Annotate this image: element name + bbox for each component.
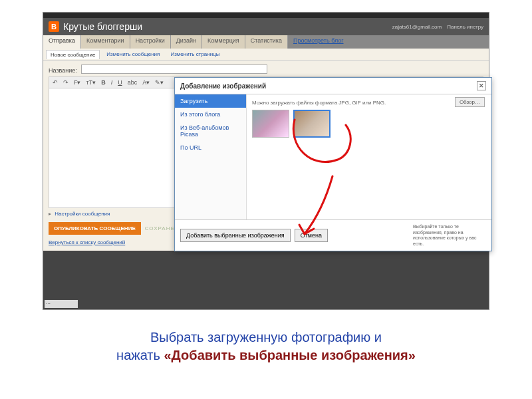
bottom-toolstrip: ⋯ [45, 300, 78, 308]
caption-line-2-prefix: нажать [116, 348, 164, 362]
dashboard-link[interactable]: Панель инстру [447, 24, 483, 30]
header-bar: B Крутые блоггерши zajats61@gmail.com Па… [43, 18, 489, 35]
font-size-icon[interactable]: тТ▾ [84, 78, 98, 86]
italic-icon[interactable]: I [109, 78, 115, 86]
page-bottom-dark [43, 256, 489, 309]
tab-design[interactable]: Дизайн [171, 35, 202, 49]
main-tabs: Отправка Комментарии Настройки Дизайн Ко… [43, 35, 489, 49]
blog-title: Крутые блоггерши [63, 21, 142, 32]
highlight-icon[interactable]: ✎▾ [153, 78, 166, 86]
publish-button[interactable]: ОПУБЛИКОВАТЬ СООБЩЕНИЕ [49, 222, 141, 235]
preview-blog-link[interactable]: Просмотреть блог [288, 35, 349, 49]
slide-caption: Выбрать загруженную фотографию и нажать … [0, 329, 532, 364]
tab-posting[interactable]: Отправка [43, 35, 81, 49]
sidebar-item-this-blog[interactable]: Из этого блога [175, 108, 246, 121]
modal-title: Добавление изображений [180, 82, 266, 90]
modal-source-sidebar: Загрузить Из этого блога Из Веб-альбомов… [175, 94, 247, 219]
sidebar-item-url[interactable]: По URL [175, 141, 246, 154]
post-title-input[interactable] [81, 65, 267, 74]
subtab-edit-pages[interactable]: Изменить страницы [166, 50, 223, 59]
undo-icon[interactable]: ↶ [51, 78, 60, 86]
upload-hint: Можно загружать файлы формата JPG, GIF и… [252, 100, 486, 106]
add-images-modal: Добавление изображений ✕ Загрузить Из эт… [174, 77, 492, 251]
image-thumbnail-2[interactable] [293, 110, 331, 138]
title-label: Название: [49, 67, 77, 74]
tab-comments[interactable]: Комментарии [81, 35, 130, 49]
sidebar-item-picasa[interactable]: Из Веб-альбомов Picasa [175, 121, 246, 141]
tab-settings[interactable]: Настройки [130, 35, 171, 49]
uploaded-thumbnails [252, 110, 486, 138]
user-info: zajats61@gmail.com Панель инстру [392, 24, 483, 30]
strike-icon[interactable]: abc [126, 78, 140, 86]
browser-chrome-top [43, 13, 489, 18]
post-settings-link[interactable]: Настройки сообщения [55, 211, 110, 217]
blogger-logo-icon: B [49, 21, 59, 32]
bold-icon[interactable]: B [99, 78, 108, 86]
cancel-button[interactable]: Отмена [295, 229, 328, 242]
redo-icon[interactable]: ↷ [61, 78, 70, 86]
caption-line-2-bold: «Добавить выбранные изображения» [164, 348, 415, 362]
caption-line-1: Выбрать загруженную фотографию и [0, 329, 532, 346]
tab-stats[interactable]: Статистика [245, 35, 288, 49]
image-thumbnail-1[interactable] [252, 110, 289, 138]
close-icon[interactable]: ✕ [477, 81, 486, 90]
underline-icon[interactable]: U [116, 78, 124, 86]
sub-tabs: Новое сообщение Изменить сообщения Измен… [43, 49, 489, 61]
browse-button[interactable]: Обзор… [455, 97, 485, 107]
tab-monetize[interactable]: Коммерция [202, 35, 245, 49]
arrow-right-icon[interactable]: ▸ [49, 211, 51, 217]
subtab-edit-posts[interactable]: Изменить сообщения [102, 50, 164, 59]
user-email: zajats61@gmail.com [392, 24, 442, 30]
text-color-icon[interactable]: A▾ [140, 78, 152, 86]
rights-hint: Выбирайте только те изображения, право н… [413, 224, 486, 247]
font-family-icon[interactable]: F▾ [72, 78, 83, 86]
sidebar-item-upload[interactable]: Загрузить [175, 94, 246, 108]
back-to-posts-link[interactable]: Вернуться к списку сообщений [49, 239, 125, 245]
add-selected-button[interactable]: Добавить выбранные изображения [180, 229, 291, 242]
subtab-new-post[interactable]: Новое сообщение [46, 50, 100, 59]
